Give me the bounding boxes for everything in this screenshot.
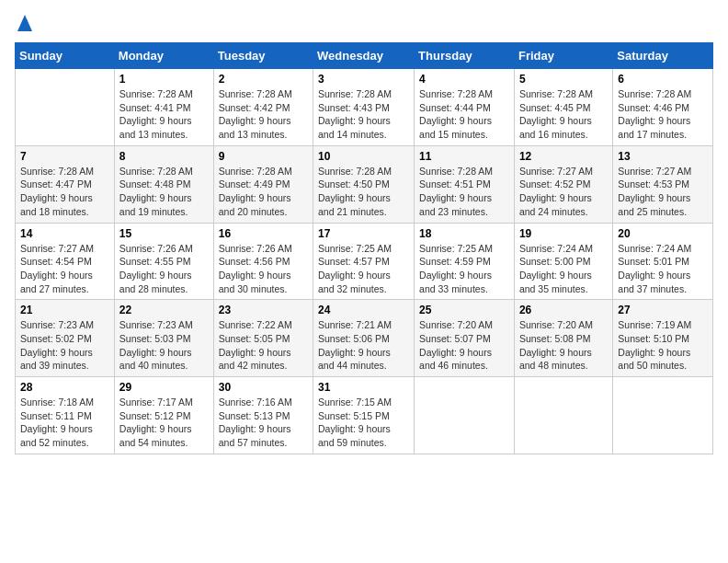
day-number: 7	[20, 150, 109, 163]
day-number: 24	[318, 304, 409, 316]
header-sunday: Sunday	[16, 43, 115, 69]
day-cell	[16, 69, 115, 146]
day-info: Sunrise: 7:23 AMSunset: 5:03 PMDaylight:…	[119, 318, 209, 373]
day-number: 17	[318, 227, 409, 240]
logo-icon	[17, 15, 32, 35]
day-cell: 18Sunrise: 7:25 AMSunset: 4:59 PMDayligh…	[415, 223, 515, 300]
day-info: Sunrise: 7:28 AMSunset: 4:50 PMDaylight:…	[318, 165, 409, 219]
day-number: 30	[219, 381, 308, 394]
day-cell: 17Sunrise: 7:25 AMSunset: 4:57 PMDayligh…	[313, 223, 415, 300]
day-info: Sunrise: 7:23 AMSunset: 5:02 PMDaylight:…	[20, 318, 109, 373]
week-row-4: 28Sunrise: 7:18 AMSunset: 5:11 PMDayligh…	[16, 377, 713, 454]
header-monday: Monday	[114, 43, 213, 69]
day-cell: 10Sunrise: 7:28 AMSunset: 4:50 PMDayligh…	[313, 145, 415, 223]
day-info: Sunrise: 7:22 AMSunset: 5:05 PMDaylight:…	[219, 318, 308, 373]
day-number: 13	[618, 150, 708, 163]
day-cell: 4Sunrise: 7:28 AMSunset: 4:44 PMDaylight…	[415, 69, 515, 146]
day-number: 8	[119, 150, 209, 163]
header-friday: Friday	[514, 43, 612, 69]
day-info: Sunrise: 7:15 AMSunset: 5:15 PMDaylight:…	[318, 396, 409, 450]
day-info: Sunrise: 7:24 AMSunset: 5:01 PMDaylight:…	[618, 242, 708, 296]
day-number: 14	[20, 227, 109, 240]
day-number: 6	[618, 73, 708, 86]
day-cell: 6Sunrise: 7:28 AMSunset: 4:46 PMDaylight…	[613, 69, 713, 146]
week-row-3: 21Sunrise: 7:23 AMSunset: 5:02 PMDayligh…	[16, 300, 713, 377]
day-number: 26	[519, 304, 608, 316]
week-row-0: 1Sunrise: 7:28 AMSunset: 4:41 PMDaylight…	[16, 69, 713, 146]
day-info: Sunrise: 7:26 AMSunset: 4:55 PMDaylight:…	[119, 242, 209, 296]
day-info: Sunrise: 7:28 AMSunset: 4:51 PMDaylight:…	[419, 165, 509, 219]
day-number: 18	[419, 227, 509, 240]
logo	[15, 15, 32, 35]
day-number: 22	[119, 304, 209, 316]
day-cell	[613, 377, 713, 454]
day-info: Sunrise: 7:28 AMSunset: 4:44 PMDaylight:…	[419, 87, 509, 142]
day-info: Sunrise: 7:25 AMSunset: 4:57 PMDaylight:…	[318, 242, 409, 296]
day-cell: 24Sunrise: 7:21 AMSunset: 5:06 PMDayligh…	[313, 300, 415, 377]
day-number: 29	[119, 381, 209, 394]
day-number: 19	[519, 227, 608, 240]
day-cell	[514, 377, 612, 454]
day-number: 27	[618, 304, 708, 316]
day-info: Sunrise: 7:16 AMSunset: 5:13 PMDaylight:…	[219, 396, 308, 450]
day-number: 10	[318, 150, 409, 163]
svg-marker-0	[17, 15, 32, 31]
day-number: 9	[219, 150, 308, 163]
day-info: Sunrise: 7:28 AMSunset: 4:43 PMDaylight:…	[318, 87, 409, 142]
day-number: 16	[219, 227, 308, 240]
day-cell: 3Sunrise: 7:28 AMSunset: 4:43 PMDaylight…	[313, 69, 415, 146]
day-number: 5	[519, 73, 608, 86]
day-info: Sunrise: 7:18 AMSunset: 5:11 PMDaylight:…	[20, 396, 109, 450]
day-info: Sunrise: 7:20 AMSunset: 5:08 PMDaylight:…	[519, 318, 608, 373]
day-cell: 20Sunrise: 7:24 AMSunset: 5:01 PMDayligh…	[613, 223, 713, 300]
day-cell: 21Sunrise: 7:23 AMSunset: 5:02 PMDayligh…	[16, 300, 115, 377]
day-cell: 7Sunrise: 7:28 AMSunset: 4:47 PMDaylight…	[16, 145, 115, 223]
day-cell	[415, 377, 515, 454]
header-tuesday: Tuesday	[213, 43, 313, 69]
day-number: 3	[318, 73, 409, 86]
day-cell: 31Sunrise: 7:15 AMSunset: 5:15 PMDayligh…	[313, 377, 415, 454]
day-number: 1	[119, 73, 209, 86]
calendar-header-row: SundayMondayTuesdayWednesdayThursdayFrid…	[16, 43, 713, 69]
day-info: Sunrise: 7:27 AMSunset: 4:52 PMDaylight:…	[519, 165, 608, 219]
day-number: 20	[618, 227, 708, 240]
header-thursday: Thursday	[415, 43, 515, 69]
day-cell: 30Sunrise: 7:16 AMSunset: 5:13 PMDayligh…	[213, 377, 313, 454]
day-cell: 15Sunrise: 7:26 AMSunset: 4:55 PMDayligh…	[114, 223, 213, 300]
week-row-2: 14Sunrise: 7:27 AMSunset: 4:54 PMDayligh…	[16, 223, 713, 300]
day-cell: 5Sunrise: 7:28 AMSunset: 4:45 PMDaylight…	[514, 69, 612, 146]
day-info: Sunrise: 7:28 AMSunset: 4:42 PMDaylight:…	[219, 87, 308, 142]
day-cell: 9Sunrise: 7:28 AMSunset: 4:49 PMDaylight…	[213, 145, 313, 223]
day-number: 4	[419, 73, 509, 86]
header-saturday: Saturday	[613, 43, 713, 69]
day-number: 31	[318, 381, 409, 394]
day-number: 11	[419, 150, 509, 163]
day-info: Sunrise: 7:20 AMSunset: 5:07 PMDaylight:…	[419, 318, 509, 373]
day-cell: 29Sunrise: 7:17 AMSunset: 5:12 PMDayligh…	[114, 377, 213, 454]
page-header	[15, 15, 713, 35]
day-info: Sunrise: 7:24 AMSunset: 5:00 PMDaylight:…	[519, 242, 608, 296]
day-info: Sunrise: 7:28 AMSunset: 4:47 PMDaylight:…	[20, 165, 109, 219]
day-number: 28	[20, 381, 109, 394]
day-info: Sunrise: 7:27 AMSunset: 4:53 PMDaylight:…	[618, 165, 708, 219]
day-number: 15	[119, 227, 209, 240]
day-info: Sunrise: 7:25 AMSunset: 4:59 PMDaylight:…	[419, 242, 509, 296]
day-cell: 16Sunrise: 7:26 AMSunset: 4:56 PMDayligh…	[213, 223, 313, 300]
day-cell: 26Sunrise: 7:20 AMSunset: 5:08 PMDayligh…	[514, 300, 612, 377]
day-cell: 12Sunrise: 7:27 AMSunset: 4:52 PMDayligh…	[514, 145, 612, 223]
day-number: 12	[519, 150, 608, 163]
day-cell: 11Sunrise: 7:28 AMSunset: 4:51 PMDayligh…	[415, 145, 515, 223]
day-cell: 1Sunrise: 7:28 AMSunset: 4:41 PMDaylight…	[114, 69, 213, 146]
day-cell: 2Sunrise: 7:28 AMSunset: 4:42 PMDaylight…	[213, 69, 313, 146]
day-cell: 8Sunrise: 7:28 AMSunset: 4:48 PMDaylight…	[114, 145, 213, 223]
day-info: Sunrise: 7:28 AMSunset: 4:46 PMDaylight:…	[618, 87, 708, 142]
day-cell: 23Sunrise: 7:22 AMSunset: 5:05 PMDayligh…	[213, 300, 313, 377]
day-info: Sunrise: 7:27 AMSunset: 4:54 PMDaylight:…	[20, 242, 109, 296]
day-cell: 14Sunrise: 7:27 AMSunset: 4:54 PMDayligh…	[16, 223, 115, 300]
week-row-1: 7Sunrise: 7:28 AMSunset: 4:47 PMDaylight…	[16, 145, 713, 223]
day-cell: 27Sunrise: 7:19 AMSunset: 5:10 PMDayligh…	[613, 300, 713, 377]
calendar-table: SundayMondayTuesdayWednesdayThursdayFrid…	[15, 42, 713, 454]
day-cell: 22Sunrise: 7:23 AMSunset: 5:03 PMDayligh…	[114, 300, 213, 377]
day-info: Sunrise: 7:28 AMSunset: 4:49 PMDaylight:…	[219, 165, 308, 219]
day-info: Sunrise: 7:28 AMSunset: 4:45 PMDaylight:…	[519, 87, 608, 142]
